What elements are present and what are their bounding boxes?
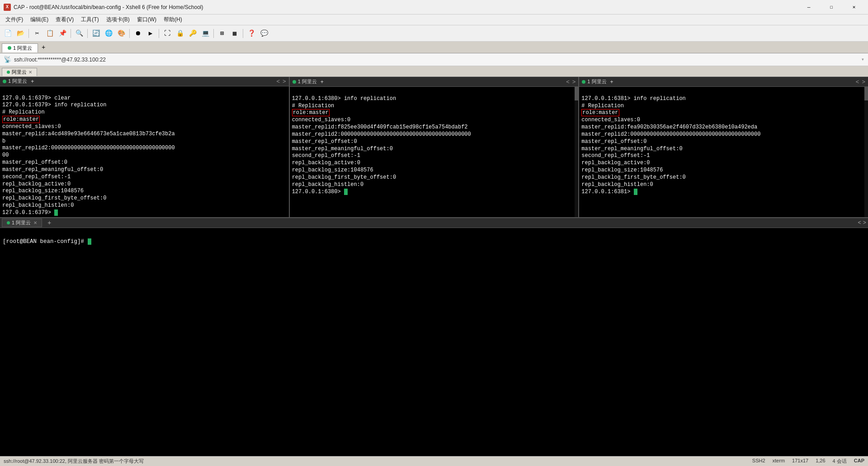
pane2-scrollthumb[interactable]: [575, 87, 578, 100]
pane2-line-10: repl_backlog_size:1048576: [292, 167, 373, 173]
status-left-text: ssh://root@47.92.33.100:22, 阿里云服务器 密码第一个…: [4, 458, 749, 465]
bottom-cursor: [88, 238, 91, 245]
toolbar-layout[interactable]: ▦: [229, 28, 241, 39]
pane3-line-10: repl_backlog_size:1048576: [581, 167, 663, 173]
status-cap: CAP: [854, 458, 864, 465]
pane2-scrollbar[interactable]: [575, 87, 578, 217]
pane1-prompt: 127.0.0.1:6379>: [2, 209, 58, 216]
pane3-content: 127.0.0.1:6381> info replication # Repli…: [579, 87, 868, 204]
ssh-connection-text: ssh://root:***********@47.92.33.100:22: [14, 57, 106, 63]
toolbar-fullscreen[interactable]: ⛶: [161, 28, 173, 39]
bottom-nav: < >: [858, 220, 866, 226]
pane1-line-6: b: [2, 138, 5, 144]
toolbar-new[interactable]: 📄: [2, 28, 14, 39]
pane1-nav-left[interactable]: <: [276, 78, 280, 85]
terminal-pane-3: 1 阿里云 + < > 127.0.0.1:6381> info replica…: [579, 77, 868, 217]
menu-tools[interactable]: 工具(T): [77, 15, 102, 24]
ali-dot: [7, 71, 10, 74]
toolbar-cut[interactable]: ✂: [31, 28, 43, 39]
minimize-button[interactable]: —: [798, 1, 819, 14]
ssh-icon: 📡: [4, 56, 11, 63]
ssh-bar: 📡 ssh://root:***********@47.92.33.100:22…: [0, 53, 868, 66]
bottom-tab-close[interactable]: ✕: [33, 220, 37, 225]
pane1-header: 1 阿里云 + < >: [0, 77, 289, 86]
pane2-line-12: repl_backlog_histlen:0: [292, 181, 363, 188]
pane3-scrollbar[interactable]: [864, 87, 868, 217]
toolbar-key[interactable]: 🔑: [187, 28, 198, 39]
pane2-line-11: repl_backlog_first_byte_offset:0: [292, 174, 396, 181]
bottom-terminal: 1 阿里云 ✕ + < > [root@BEAN bean-config]#: [0, 217, 868, 456]
toolbar-chat[interactable]: 💬: [258, 28, 270, 39]
pane2-nav: < >: [566, 78, 576, 85]
toolbar-globe[interactable]: 🌐: [103, 28, 114, 39]
toolbar-split[interactable]: ⊞: [216, 28, 228, 39]
bottom-nav-left[interactable]: <: [858, 220, 861, 226]
pane3-title: 1 阿里云: [587, 78, 606, 85]
pane3-dot: [582, 80, 585, 84]
pane3-line-8: second_repl_offset:-1: [581, 152, 650, 159]
pane3-add[interactable]: +: [610, 79, 613, 85]
pane2-nav-left[interactable]: <: [566, 78, 570, 85]
pane3-line-5: master_replid2:0000000000000000000000000…: [581, 131, 760, 138]
session-tab-1[interactable]: 1 阿里云: [2, 43, 38, 52]
pane3-nav-left[interactable]: <: [856, 78, 859, 85]
pane1-line-8: 00: [2, 152, 9, 158]
toolbar-terminal[interactable]: 💻: [199, 28, 211, 39]
menu-tabs[interactable]: 选项卡(B): [103, 15, 133, 24]
ali-tab[interactable]: 阿里云 ✕: [2, 68, 37, 76]
toolbar-play[interactable]: ▶: [145, 28, 156, 39]
menu-window[interactable]: 窗口(W): [133, 15, 160, 24]
toolbar-color[interactable]: 🎨: [115, 28, 127, 39]
pane3-nav: < >: [856, 78, 865, 85]
pane1-line-4: connected_slaves:0: [2, 124, 61, 130]
pane2-add[interactable]: +: [321, 79, 324, 85]
bottom-tab-add[interactable]: +: [45, 219, 54, 227]
toolbar-open[interactable]: 📂: [14, 28, 26, 39]
menu-help[interactable]: 帮助(H): [160, 15, 186, 24]
pane3-role-highlight: role:master: [581, 109, 619, 116]
pane2-header: 1 阿里云 + < >: [290, 77, 579, 87]
menu-bar: 文件(F) 编辑(E) 查看(V) 工具(T) 选项卡(B) 窗口(W) 帮助(…: [0, 14, 868, 25]
terminal-pane-1: 1 阿里云 + < > 127.0.0.1:6379> clear 127.0.…: [0, 77, 290, 217]
pane1-content: 127.0.0.1:6379> clear 127.0.0.1:6379> in…: [0, 86, 289, 217]
session-dot: [8, 46, 11, 50]
pane2-role-line: role:master: [292, 109, 330, 116]
menu-file[interactable]: 文件(F): [2, 15, 27, 24]
pane2-line-9: repl_backlog_active:0: [292, 160, 360, 166]
ali-tab-label: 阿里云: [12, 69, 27, 76]
close-button[interactable]: ✕: [844, 1, 864, 14]
toolbar-find[interactable]: 🔍: [73, 28, 85, 39]
pane2-line-4: master_replid:f825ee300d4f409fcab15ed98c…: [292, 124, 468, 130]
bottom-nav-right[interactable]: >: [863, 220, 866, 226]
pane1-line-7: master_replid2:0000000000000000000000000…: [2, 145, 175, 151]
toolbar-refresh[interactable]: 🔄: [90, 28, 102, 39]
ali-tab-close[interactable]: ✕: [28, 70, 32, 75]
pane2-line-8: second_repl_offset:-1: [292, 152, 360, 159]
toolbar-lock[interactable]: 🔒: [174, 28, 186, 39]
toolbar-copy[interactable]: 📋: [44, 28, 56, 39]
bottom-terminal-content: [root@BEAN bean-config]#: [0, 228, 868, 456]
menu-edit[interactable]: 编辑(E): [27, 15, 52, 24]
pane2-line-3: connected_slaves:0: [292, 117, 351, 123]
bottom-tab-1[interactable]: 1 阿里云 ✕: [2, 219, 42, 227]
pane3-scrollthumb[interactable]: [864, 87, 868, 100]
pane1-nav-right[interactable]: >: [283, 78, 286, 85]
menu-view[interactable]: 查看(V): [52, 15, 77, 24]
pane1-line-10: master_repl_meaningful_offset:0: [2, 166, 103, 173]
toolbar-help[interactable]: ❓: [245, 28, 257, 39]
pane1-line-9: master_repl_offset:0: [2, 159, 67, 166]
pane2-nav-right[interactable]: >: [572, 78, 576, 85]
pane1-add[interactable]: +: [31, 78, 34, 85]
bottom-prompt-line: [root@BEAN bean-config]#: [3, 238, 91, 245]
ssh-expand-arrow[interactable]: ▾: [861, 56, 864, 63]
toolbar-paste[interactable]: 📌: [57, 28, 68, 39]
maximize-button[interactable]: ☐: [821, 1, 842, 14]
toolbar-sep1: [28, 29, 29, 38]
toolbar-record[interactable]: ⏺: [132, 28, 144, 39]
pane3-role-line: role:master: [581, 109, 619, 116]
pane3-nav-right[interactable]: >: [862, 78, 865, 85]
session-tab-add[interactable]: +: [39, 43, 48, 52]
pane3-line-11: repl_backlog_first_byte_offset:0: [581, 174, 685, 181]
pane1-nav: < >: [276, 78, 286, 85]
toolbar-sep3: [87, 29, 88, 38]
